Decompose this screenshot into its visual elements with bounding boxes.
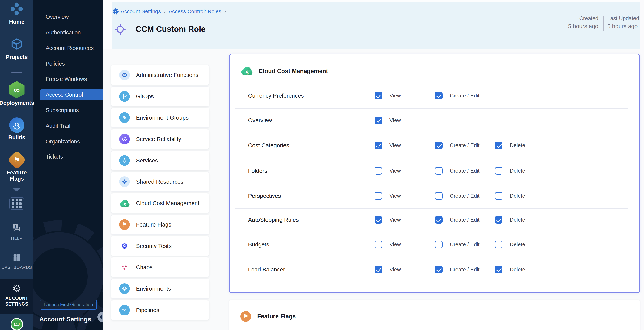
user-avatar[interactable]: CJ [0, 318, 34, 330]
checkbox-icon[interactable] [435, 192, 442, 200]
subnav-item-audit-trail[interactable]: Audit Trail [40, 120, 103, 131]
permission-create-edit-toggle[interactable]: Create / Edit [435, 241, 480, 248]
resource-card-services[interactable]: Services [111, 150, 209, 171]
app-window: Home Projects ∞ Deployments Builds [0, 0, 644, 330]
permission-view-toggle[interactable]: View [374, 141, 401, 149]
resource-card-security-tests[interactable]: Security Tests [111, 236, 209, 256]
checkbox-icon[interactable] [374, 92, 382, 99]
subnav-item-authentication[interactable]: Authentication [40, 27, 103, 38]
feature-flags-flag-icon: ⚑ [7, 150, 26, 170]
resource-card-environment-groups[interactable]: Environment Groups [111, 108, 209, 128]
row-divider [235, 184, 628, 184]
checkbox-icon[interactable] [374, 167, 382, 175]
breadcrumb-link-roles[interactable]: Access Control: Roles [169, 9, 221, 15]
resource-card-environments[interactable]: Environments [111, 279, 209, 299]
permission-delete-toggle[interactable]: Delete [495, 141, 525, 149]
breadcrumb-separator: › [164, 9, 166, 15]
subnav-item-tickets[interactable]: Tickets [40, 151, 103, 162]
checkbox-label: Create / Edit [450, 168, 480, 174]
resource-card-feature-flags[interactable]: ⚑ Feature Flags [111, 215, 209, 235]
rail-item-feature-flags[interactable]: ⚑ Feature Flags [0, 153, 34, 182]
git-branch-icon [119, 91, 130, 102]
checkbox-icon[interactable] [435, 216, 442, 224]
rail-item-builds[interactable]: Builds [0, 117, 34, 140]
permission-create-edit-toggle[interactable]: Create / Edit [435, 141, 480, 149]
rail-item-account-settings[interactable]: ⚙ ACCOUNT SETTINGS [0, 279, 34, 314]
pipeline-nodes-icon [119, 305, 130, 315]
rail-item-projects[interactable]: Projects [0, 37, 34, 60]
collapse-nav-arrow-icon[interactable] [98, 312, 103, 322]
permission-create-edit-toggle[interactable]: Create / Edit [435, 167, 480, 175]
launch-first-generation-button[interactable]: Launch First Generation [40, 300, 97, 309]
checkbox-icon[interactable] [435, 167, 442, 175]
row-divider [235, 258, 628, 258]
permissions-panel-cloud-cost-management: $ Cloud Cost Management Currency Prefere… [229, 54, 640, 293]
subnav-item-policies[interactable]: Policies [40, 58, 103, 69]
permission-view-toggle[interactable]: View [374, 167, 401, 175]
subnav-item-access-control[interactable]: Access Control [40, 89, 103, 100]
subnav-item-overview[interactable]: Overview [40, 12, 103, 22]
permission-delete-toggle[interactable]: Delete [495, 216, 525, 224]
permissions-panel-feature-flags: ⚑ Feature Flags [229, 300, 640, 330]
subnav-item-subscriptions[interactable]: Subscriptions [40, 105, 103, 115]
permission-delete-toggle[interactable]: Delete [495, 192, 525, 200]
checkbox-icon[interactable] [495, 167, 502, 175]
checkbox-icon[interactable] [435, 266, 442, 273]
checkbox-icon[interactable] [495, 192, 502, 200]
checkbox-icon[interactable] [495, 216, 502, 224]
permission-delete-toggle[interactable]: Delete [495, 266, 525, 273]
permission-create-edit-toggle[interactable]: Create / Edit [435, 92, 480, 99]
rail-item-home[interactable]: Home [0, 2, 34, 25]
subnav-item-freeze-windows[interactable]: Freeze Windows [40, 74, 103, 84]
permission-view-toggle[interactable]: View [374, 116, 401, 124]
checkbox-label: View [390, 142, 401, 148]
checkbox-icon[interactable] [374, 216, 382, 224]
checkbox-icon[interactable] [435, 141, 442, 149]
permission-view-toggle[interactable]: View [374, 192, 401, 200]
subnav-item-organizations[interactable]: Organizations [40, 136, 103, 147]
rail-item-deployments[interactable]: ∞ Deployments [0, 81, 34, 106]
permission-view-toggle[interactable]: View [374, 266, 401, 273]
resource-card-shared-resources[interactable]: Shared Resources [111, 172, 209, 192]
avatar[interactable]: CJ [10, 318, 23, 330]
resource-card-service-reliability[interactable]: Service Reliability [111, 129, 209, 149]
resource-card-pipelines[interactable]: Pipelines [111, 300, 209, 320]
resource-card-gitops[interactable]: GitOps [111, 86, 209, 106]
permission-create-edit-toggle[interactable]: Create / Edit [435, 192, 480, 200]
checkbox-icon[interactable] [374, 141, 382, 149]
subnav-item-account-resources[interactable]: Account Resources [40, 43, 103, 53]
resource-card-chaos[interactable]: Chaos [111, 257, 209, 277]
dashboards-tiles-icon [12, 253, 21, 263]
checkbox-label: Delete [510, 217, 525, 223]
permission-view-toggle[interactable]: View [374, 241, 401, 248]
panel-header: $ Cloud Cost Management [240, 66, 328, 77]
rail-label: ACCOUNT [5, 295, 28, 301]
checkbox-icon[interactable] [495, 241, 502, 248]
checkbox-icon[interactable] [374, 116, 382, 124]
breadcrumb-link-account-settings[interactable]: Account Settings [121, 9, 161, 15]
permission-delete-toggle[interactable]: Delete [495, 241, 525, 248]
resource-card-administrative-functions[interactable]: ⚙ Administrative Functions [111, 65, 209, 85]
checkbox-icon[interactable] [374, 192, 382, 200]
gear-icon: ⚙ [12, 283, 21, 293]
permission-create-edit-toggle[interactable]: Create / Edit [435, 216, 480, 224]
checkbox-icon[interactable] [435, 241, 442, 248]
permission-create-edit-toggle[interactable]: Create / Edit [435, 266, 480, 273]
checkbox-label: View [390, 168, 401, 174]
checkbox-icon[interactable] [495, 141, 502, 149]
nav-scroll-down-chevron-icon[interactable] [12, 188, 21, 192]
checkbox-icon[interactable] [435, 92, 442, 99]
checkbox-icon[interactable] [374, 266, 382, 273]
checkbox-icon[interactable] [374, 241, 382, 248]
permission-view-toggle[interactable]: View [374, 216, 401, 224]
checkbox-label: Delete [510, 193, 525, 199]
permission-delete-toggle[interactable]: Delete [495, 167, 525, 175]
rail-item-dashboards[interactable]: DASHBOARDS [0, 253, 34, 270]
resource-card-cloud-cost-management[interactable]: $ Cloud Cost Management [111, 193, 209, 213]
help-chat-icon: ? [12, 223, 22, 234]
checkbox-icon[interactable] [495, 266, 502, 273]
rail-item-help[interactable]: ? HELP [0, 223, 34, 241]
scrollbar-gutter[interactable] [640, 0, 644, 330]
module-grid-button[interactable] [9, 198, 24, 210]
permission-view-toggle[interactable]: View [374, 92, 401, 99]
